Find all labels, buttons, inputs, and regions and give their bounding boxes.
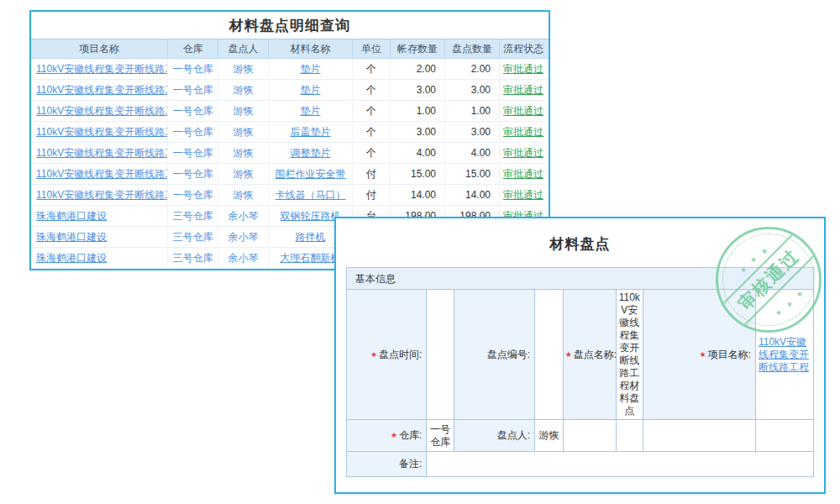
section-basic-info: 基本信息	[346, 267, 814, 290]
material-link[interactable]: 围栏作业安全带	[269, 164, 353, 184]
person-label: 盘点人:	[454, 420, 534, 452]
column-header-person: 盘点人	[218, 39, 269, 58]
column-header-book-qty: 帐存数量	[391, 39, 445, 58]
column-header-warehouse: 仓库	[168, 39, 218, 58]
required-marker: ★	[700, 350, 706, 359]
column-header-material: 材料名称	[269, 39, 353, 58]
project-link[interactable]: 110kV安徽线程集变开断线路工程	[31, 122, 168, 142]
material-link[interactable]: 调整垫片	[269, 143, 353, 163]
status-link[interactable]: 审批通过	[500, 143, 547, 163]
material-link[interactable]: 后盖垫片	[269, 122, 353, 142]
warehouse-cell: 一号仓库	[168, 80, 218, 100]
warehouse-cell: 一号仓库	[168, 59, 218, 79]
project-link[interactable]: 珠海鹤港口建设	[31, 227, 168, 247]
material-link[interactable]: 垫片	[269, 101, 353, 121]
person-cell: 游恢	[218, 164, 269, 184]
book-qty-cell: 15.00	[391, 164, 445, 184]
empty-cell	[616, 420, 643, 452]
person-cell: 余小琴	[218, 206, 269, 226]
form-table: ★盘点时间: 盘点编号: ★盘点名称: 110kV安徽线程集变开断线路工程材料盘…	[346, 289, 814, 477]
inventory-name-label: ★盘点名称:	[563, 290, 616, 420]
project-link[interactable]: 110kV安徽线程集变开断线路工程	[31, 80, 168, 100]
unit-cell: 付	[353, 185, 391, 205]
project-name-label: ★项目名称:	[643, 290, 756, 420]
unit-cell: 个	[353, 143, 391, 163]
person-cell: 游恢	[218, 80, 269, 100]
person-cell: 余小琴	[218, 227, 269, 247]
table-row: 110kV安徽线程集变开断线路工程一号仓库游恢垫片个2.002.00审批通过	[31, 59, 549, 80]
empty-cell	[563, 420, 616, 452]
project-link[interactable]: 110kV安徽线程集变开断线路工程	[31, 143, 168, 163]
material-link[interactable]: 垫片	[269, 59, 353, 79]
project-link[interactable]: 110kV安徽线程集变开断线路工程	[31, 164, 168, 184]
person-cell: 游恢	[218, 185, 269, 205]
inventory-time-label: ★盘点时间:	[347, 290, 427, 420]
project-link[interactable]: 110kV安徽线程集变开断线路工程	[31, 101, 168, 121]
person-cell: 余小琴	[218, 248, 269, 268]
status-link[interactable]: 审批通过	[500, 80, 547, 100]
remark-label: 备注:	[347, 452, 427, 477]
project-name-value: 110kV安徽线程集变开断线路工程	[755, 290, 813, 420]
inventory-form-panel: 材料盘点 基本信息 ★盘点时间: 盘点编号: ★盘点名称: 110kV安徽线程集…	[334, 217, 826, 494]
status-link[interactable]: 审批通过	[500, 185, 547, 205]
count-qty-cell: 3.00	[445, 122, 500, 142]
column-header-count-qty: 盘点数量	[445, 39, 500, 58]
column-header-unit: 单位	[353, 39, 391, 58]
required-marker: ★	[370, 350, 377, 359]
unit-cell: 个	[353, 59, 391, 79]
table-row: 110kV安徽线程集变开断线路工程一号仓库游恢围栏作业安全带付15.0015.0…	[31, 164, 549, 185]
warehouse-value: 一号仓库	[427, 420, 454, 452]
count-qty-cell: 14.00	[445, 185, 500, 205]
warehouse-cell: 三号仓库	[168, 227, 218, 247]
unit-cell: 个	[353, 122, 391, 142]
project-link[interactable]: 110kV安徽线程集变开断线路工程	[759, 336, 809, 373]
warehouse-cell: 一号仓库	[168, 101, 218, 121]
person-value: 游恢	[535, 420, 563, 452]
status-link[interactable]: 审批通过	[500, 59, 547, 79]
person-cell: 游恢	[218, 59, 269, 79]
count-qty-cell: 1.00	[445, 101, 500, 121]
form-title: 材料盘点	[336, 218, 824, 267]
column-header-project: 项目名称	[31, 39, 168, 58]
count-qty-cell: 2.00	[445, 59, 500, 79]
app-background: 材料盘点明细查询 项目名称 仓库 盘点人 材料名称 单位 帐存数量 盘点数量 流…	[0, 0, 840, 504]
unit-cell: 个	[353, 80, 391, 100]
warehouse-label: ★仓库:	[347, 420, 427, 452]
count-qty-cell: 3.00	[445, 80, 500, 100]
warehouse-cell: 一号仓库	[168, 185, 218, 205]
empty-cell	[643, 420, 756, 452]
material-link[interactable]: 卡线器（马口）	[269, 185, 353, 205]
status-link[interactable]: 审批通过	[500, 164, 547, 184]
project-link[interactable]: 110kV安徽线程集变开断线路工程	[31, 59, 168, 79]
inventory-code-label: 盘点编号:	[454, 290, 534, 420]
required-marker: ★	[391, 431, 397, 439]
query-panel-title: 材料盘点明细查询	[31, 12, 549, 39]
empty-cell	[755, 420, 813, 452]
project-link[interactable]: 110kV安徽线程集变开断线路工程	[31, 185, 168, 205]
count-qty-cell: 15.00	[445, 164, 500, 184]
warehouse-cell: 一号仓库	[168, 143, 218, 163]
status-link[interactable]: 审批通过	[500, 101, 547, 121]
column-header-status: 流程状态	[500, 39, 547, 58]
person-cell: 游恢	[218, 101, 269, 121]
table-row: 110kV安徽线程集变开断线路工程一号仓库游恢垫片个1.001.00审批通过	[31, 101, 549, 122]
project-link[interactable]: 珠海鹤港口建设	[31, 248, 168, 268]
table-row: 110kV安徽线程集变开断线路工程一号仓库游恢垫片个3.003.00审批通过	[31, 80, 549, 101]
unit-cell: 付	[353, 164, 391, 184]
unit-cell: 个	[353, 101, 391, 121]
table-row: 110kV安徽线程集变开断线路工程一号仓库游恢调整垫片个4.004.00审批通过	[31, 143, 549, 164]
material-link[interactable]: 垫片	[269, 80, 353, 100]
count-qty-cell: 4.00	[445, 143, 500, 163]
status-link[interactable]: 审批通过	[500, 122, 547, 142]
inventory-name-value: 110kV安徽线程集变开断线路工程材料盘点	[616, 290, 643, 420]
person-cell: 游恢	[218, 143, 269, 163]
book-qty-cell: 2.00	[391, 59, 445, 79]
book-qty-cell: 3.00	[391, 122, 445, 142]
inventory-code-value	[535, 290, 563, 420]
person-cell: 游恢	[218, 122, 269, 142]
warehouse-cell: 三号仓库	[168, 206, 218, 226]
book-qty-cell: 14.00	[391, 185, 445, 205]
warehouse-cell: 三号仓库	[168, 248, 218, 268]
project-link[interactable]: 珠海鹤港口建设	[31, 206, 168, 226]
table-header-row: 项目名称 仓库 盘点人 材料名称 单位 帐存数量 盘点数量 流程状态	[31, 39, 549, 59]
